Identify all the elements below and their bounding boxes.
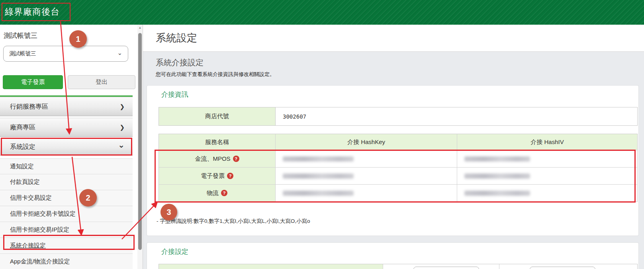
- table-row: 物流 ?: [159, 184, 637, 201]
- col-header-hashkey: 介接 HashKey: [276, 134, 457, 150]
- page-title: 系統設定: [156, 31, 197, 45]
- hashiv-blurred-value: [464, 156, 530, 162]
- subitem-label: 系統介接設定: [10, 242, 46, 250]
- logout-button[interactable]: 登出: [68, 75, 135, 89]
- section-description: 您可在此功能下查看系統介接資訊與修改相關設定。: [156, 71, 275, 78]
- account-select-value: 測試帳號三: [9, 50, 36, 57]
- merchant-id-label: 商店代號: [159, 107, 276, 125]
- main-content: 系統設定 系統介接設定 您可在此功能下查看系統介接資訊與修改相關設定。 介接資訊…: [143, 25, 644, 269]
- app-header: 綠界廠商後台: [0, 0, 644, 25]
- interface-info-panel: 介接資訊 商店代號 3002607 服務名稱 介接 HashKey 介接 Has…: [147, 86, 638, 236]
- sidebar-subitem-app-interface[interactable]: App金流/物流介接設定: [0, 254, 133, 269]
- hashkey-blurred-value: [283, 156, 354, 162]
- sidebar-subitem-system-interface[interactable]: 系統介接設定: [0, 238, 133, 254]
- settings-button-partial[interactable]: [530, 267, 595, 269]
- hashkey-blurred-value: [283, 191, 354, 196]
- merchant-id-value: 3002607: [276, 107, 637, 125]
- sidebar-item-merchant[interactable]: 廠商專區 ❯: [0, 118, 133, 137]
- settings-cell: [383, 264, 499, 269]
- sidebar-subitem-reject-ip[interactable]: 信用卡拒絕交易IP設定: [0, 222, 133, 238]
- col-header-hashiv: 介接 HashIV: [457, 134, 637, 150]
- interface-settings-panel: 介接設定: [147, 243, 638, 269]
- chevron-right-icon: ❯: [119, 124, 125, 131]
- help-icon[interactable]: ?: [233, 156, 239, 162]
- col-header-service: 服務名稱: [159, 134, 276, 150]
- sidebar-item-system-settings[interactable]: 系統設定 ⌄: [0, 138, 133, 156]
- subitem-label: 信用卡拒絕交易IP設定: [10, 226, 69, 234]
- hashiv-blurred-value: [464, 191, 530, 196]
- sidebar-subitem-reject-cardno[interactable]: 信用卡拒絕交易卡號設定: [0, 206, 133, 222]
- settings-label-cell: [159, 264, 383, 269]
- sidebar-subitem-payment-page[interactable]: 付款頁設定: [0, 174, 133, 190]
- chevron-down-icon: ⌄: [117, 50, 122, 56]
- vertical-scrollbar[interactable]: ▲: [137, 25, 143, 269]
- e-invoice-button[interactable]: 電子發票: [3, 75, 63, 89]
- section-title: 系統介接設定: [156, 57, 204, 68]
- sidebar-subitem-creditcard[interactable]: 信用卡交易設定: [0, 190, 133, 206]
- merchant-id-row: 商店代號 3002607: [159, 107, 638, 126]
- sidebar-item-label: 系統設定: [10, 143, 35, 151]
- subitem-label: App金流/物流介接設定: [10, 258, 70, 265]
- hash-table: 服務名稱 介接 HashKey 介接 HashIV 金流、MPOS ? 電子發票…: [159, 134, 638, 202]
- hashiv-blurred-value: [464, 173, 530, 179]
- scrollbar-thumb[interactable]: [138, 33, 142, 250]
- sidebar-item-label: 廠商專區: [10, 123, 35, 132]
- logout-button-label: 登出: [96, 78, 108, 86]
- sidebar-item-label: 行銷服務專區: [10, 103, 48, 111]
- e-invoice-button-label: 電子發票: [21, 78, 45, 86]
- help-icon[interactable]: ?: [221, 190, 227, 196]
- chevron-down-icon: ⌄: [118, 140, 125, 150]
- account-select[interactable]: 測試帳號三 ⌄: [3, 46, 128, 62]
- panel-title: 介接設定: [161, 247, 188, 256]
- service-name: 電子發票: [201, 172, 225, 180]
- service-name: 金流、MPOS: [195, 155, 230, 163]
- panel-title: 介接資訊: [161, 90, 188, 99]
- sidebar-subitem-notification[interactable]: 通知設定: [0, 158, 133, 174]
- account-name: 測試帳號三: [4, 31, 37, 40]
- font-note: - 字型辨識說明:數字0,數字1,大寫I,小寫i,大寫L,小寫l,大寫O,小寫o: [157, 218, 310, 225]
- settings-button-partial[interactable]: [413, 267, 479, 269]
- subitem-label: 通知設定: [10, 163, 34, 170]
- settings-table-partial: [159, 264, 638, 269]
- help-icon[interactable]: ?: [227, 173, 233, 179]
- hashkey-blurred-value: [283, 173, 354, 179]
- sidebar: 測試帳號三 測試帳號三 ⌄ 電子發票 登出 行銷服務專區 ❯ 廠商專區 ❯ 系統…: [0, 25, 137, 269]
- app-title: 綠界廠商後台: [5, 6, 60, 18]
- page-title-band: 系統設定: [143, 25, 644, 52]
- subitem-label: 信用卡拒絕交易卡號設定: [10, 210, 76, 218]
- table-row: 金流、MPOS ?: [159, 150, 637, 167]
- subitem-label: 付款頁設定: [10, 178, 40, 186]
- sidebar-item-marketing[interactable]: 行銷服務專區 ❯: [0, 97, 133, 116]
- chevron-right-icon: ❯: [119, 103, 125, 110]
- sidebar-divider: [0, 96, 133, 97]
- table-row: 電子發票 ?: [159, 167, 637, 184]
- scroll-up-arrow-icon[interactable]: ▲: [137, 26, 143, 29]
- settings-cell: [499, 264, 637, 269]
- hash-table-header-row: 服務名稱 介接 HashKey 介接 HashIV: [159, 134, 637, 150]
- subitem-label: 信用卡交易設定: [10, 194, 52, 202]
- service-name: 物流: [207, 189, 219, 197]
